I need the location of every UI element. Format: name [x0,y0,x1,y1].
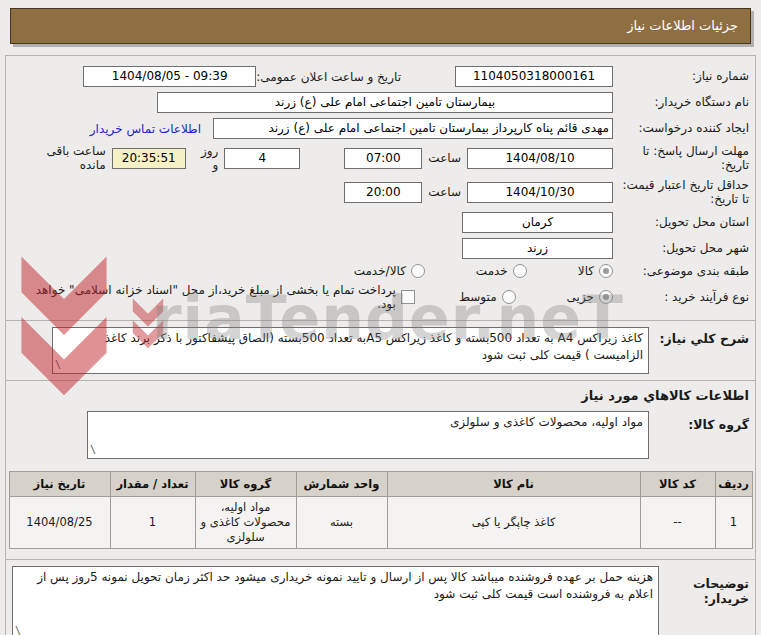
reply-hour-label: ساعت [428,151,461,165]
city-row: شهر محل تحویل: [12,238,749,259]
page-title: جزئیات اطلاعات نیاز [10,8,751,44]
radio-label: جزیی [567,290,594,304]
reply-deadline-time-input[interactable] [344,148,422,169]
need-number-row: شماره نیاز: تاریخ و ساعت اعلان عمومی: [12,66,749,87]
need-number-label: شماره نیاز: [613,69,749,83]
column-header: تعداد / مقدار [110,471,195,496]
buyer-org-input[interactable] [157,92,613,113]
table-cell: 1 [715,496,752,548]
need-description-text: کاغذ زیراکس A4 به تعداد 500بسته و کاغذ ز… [105,331,643,362]
buyer-contact-link[interactable]: اطلاعات تماس خریدار [90,122,201,136]
tender-details-page: { "title_bar": {"label": "جزئیات اطلاعات… [0,0,761,635]
price-validity-time-input[interactable] [344,182,422,203]
goods-table: ردیفکد کالانام کالاواحد شمارشگروه کالاتع… [9,471,753,549]
header-row: ردیفکد کالانام کالاواحد شمارشگروه کالاتع… [9,471,752,496]
resize-handle-icon[interactable]: \ [90,443,96,458]
table-cell: کاغذ چاپگر یا کپی [387,496,640,548]
column-header: کد کالا [640,471,715,496]
column-header: نام کالا [387,471,640,496]
reply-deadline-date-input[interactable] [467,148,613,169]
goods-group-label: گروه کالا: [649,411,749,433]
buyer-org-row: نام دستگاه خریدار: [12,92,749,113]
reply-deadline-label: مهلت ارسال پاسخ: تا تاریخ: [613,144,749,173]
need-description-textarea[interactable]: کاغذ زیراکس A4 به تعداد 500بسته و کاغذ ز… [52,327,649,374]
classification-row: طبقه بندی موضوعی: کالا خدمت کالا/خدمت [12,264,749,278]
goods-table-body: 1--کاغذ چاپگر یا کپیبستهمواد اولیه، محصو… [9,496,752,548]
reply-deadline-row: مهلت ارسال پاسخ: تا تاریخ: ساعت روز و سا… [12,144,749,173]
table-cell: بسته [296,496,387,548]
request-creator-input[interactable] [213,118,613,139]
radio-label: کالا [578,264,594,278]
column-header: تاریخ نیاز [9,471,110,496]
radio-icon[interactable] [599,264,613,278]
process-type-option-medium[interactable]: متوسط [459,290,516,304]
price-validity-date-input[interactable] [467,182,613,203]
days-remaining-input[interactable] [224,148,300,169]
radio-label: کالا/خدمت [354,264,406,278]
goods-table-header: ردیفکد کالانام کالاواحد شمارشگروه کالاتع… [9,471,752,496]
goods-info-panel: اطلاعات کالاهاي مورد نياز گروه کالا: موا… [5,380,756,560]
checkbox-icon[interactable] [401,290,415,304]
radio-label: متوسط [459,290,497,304]
need-description-panel: شرح کلي نياز: کاغذ زیراکس A4 به تعداد 50… [5,320,756,381]
goods-group-textarea[interactable]: مواد اولیه، محصولات کاغذی و سلولزی \ [87,411,649,459]
price-validity-label: حداقل تاریخ اعتبار قیمت: تا تاریخ: [613,178,749,207]
classification-option-goods-service[interactable]: کالا/خدمت [354,264,425,278]
classification-option-service[interactable]: خدمت [476,264,527,278]
request-creator-row: ایجاد کننده درخواست: اطلاعات تماس خریدار [12,118,749,139]
price-validity-hour-label: ساعت [428,185,461,199]
table-row: 1--کاغذ چاپگر یا کپیبستهمواد اولیه، محصو… [9,496,752,548]
radio-label: خدمت [476,264,508,278]
request-info-panel: شماره نیاز: تاریخ و ساعت اعلان عمومی: نا… [5,55,756,321]
radio-icon[interactable] [513,264,527,278]
table-cell: -- [640,496,715,548]
process-type-row: نوع فرآیند خرید : جزیی متوسط پرداخت تمام… [12,283,749,311]
process-type-label: نوع فرآیند خرید : [613,290,749,304]
buyer-org-label: نام دستگاه خریدار: [613,95,749,109]
city-input[interactable] [462,238,613,259]
province-row: استان محل تحویل: [12,212,749,233]
announce-datetime-label: تاریخ و ساعت اعلان عمومی: [256,70,401,84]
buyer-notes-textarea[interactable]: هزینه حمل بر عهده فروشنده میباشد کالا پس… [12,566,659,635]
resize-handle-icon[interactable]: \ [15,624,21,635]
countdown-timer [112,148,186,169]
need-number-input[interactable] [455,66,613,87]
radio-icon[interactable] [599,290,613,304]
radio-icon[interactable] [502,290,516,304]
city-label: شهر محل تحویل: [613,241,749,255]
goods-group-text: مواد اولیه، محصولات کاغذی و سلولزی [450,415,643,429]
buyer-notes-label: توضیحات خریدار: [659,566,749,607]
column-header: ردیف [715,471,752,496]
countdown-label: ساعت باقی مانده [18,144,106,172]
checkbox-label: پرداخت تمام یا بخشی از مبلغ خرید،از محل … [18,283,396,311]
price-validity-row: حداقل تاریخ اعتبار قیمت: تا تاریخ: ساعت [12,178,749,207]
process-type-option-partial[interactable]: جزیی [567,290,613,304]
table-cell: 1404/08/25 [9,496,110,548]
goods-group-row: گروه کالا: مواد اولیه، محصولات کاغذی و س… [6,407,755,463]
resize-handle-icon[interactable]: \ [55,358,61,373]
days-remaining-label: روز و [192,144,219,172]
classification-label: طبقه بندی موضوعی: [613,264,749,278]
treasury-payment-checkbox[interactable]: پرداخت تمام یا بخشی از مبلغ خرید،از محل … [18,283,415,311]
buyer-notes-panel: توضیحات خریدار: هزینه حمل بر عهده فروشند… [5,559,756,635]
province-label: استان محل تحویل: [613,215,749,229]
request-creator-label: ایجاد کننده درخواست: [613,121,749,135]
classification-option-goods[interactable]: کالا [578,264,613,278]
need-description-label: شرح کلي نياز: [649,327,749,347]
goods-section-header: اطلاعات کالاهاي مورد نياز [6,381,755,407]
column-header: واحد شمارش [296,471,387,496]
province-input[interactable] [462,212,613,233]
buyer-notes-text: هزینه حمل بر عهده فروشنده میباشد کالا پس… [37,570,653,601]
announce-datetime-input[interactable] [83,66,256,87]
table-cell: 1 [110,496,195,548]
column-header: گروه کالا [195,471,296,496]
table-cell: مواد اولیه، محصولات کاغذی و سلولزی [195,496,296,548]
radio-icon[interactable] [411,264,425,278]
